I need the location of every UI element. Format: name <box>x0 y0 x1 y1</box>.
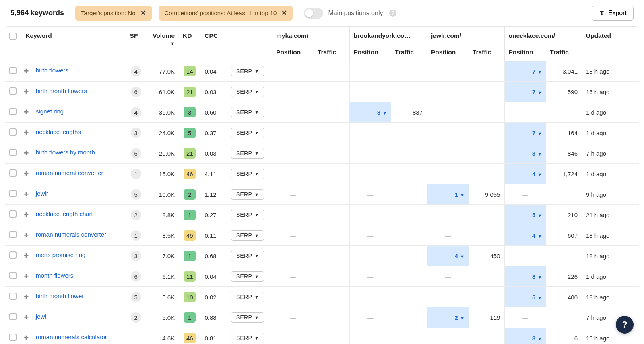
column-header-volume[interactable]: Volume ▼ <box>146 27 179 61</box>
column-header-sf[interactable]: SF <box>126 27 146 61</box>
expand-icon[interactable]: + <box>22 251 30 260</box>
site-header-2[interactable]: jewlr.com/ <box>427 27 504 45</box>
serp-dropdown[interactable]: SERP▼ <box>231 251 264 261</box>
row-checkbox[interactable] <box>9 272 17 279</box>
serp-dropdown[interactable]: SERP▼ <box>231 87 264 97</box>
site-header-3[interactable]: onecklace.com/ <box>504 27 582 45</box>
sf-badge[interactable]: 5 <box>131 189 141 200</box>
keyword-link[interactable]: month flowers <box>36 272 73 279</box>
position-cell[interactable]: 4 ▼ <box>504 164 546 184</box>
row-checkbox[interactable] <box>9 108 17 115</box>
expand-icon[interactable]: + <box>22 169 30 178</box>
position-cell[interactable]: 7 ▼ <box>504 82 546 102</box>
serp-dropdown[interactable]: SERP▼ <box>231 333 264 343</box>
keyword-link[interactable]: birth month flower <box>36 293 84 299</box>
sf-badge[interactable]: 4 <box>131 66 141 76</box>
row-checkbox[interactable] <box>9 190 17 197</box>
position-cell[interactable]: 7 ▼ <box>504 61 546 82</box>
keyword-link[interactable]: jewlr <box>36 190 48 197</box>
subheader-traffic[interactable]: Traffic <box>314 45 349 61</box>
keyword-link[interactable]: birth flowers <box>36 67 68 74</box>
expand-icon[interactable]: + <box>22 334 30 342</box>
keyword-link[interactable]: signet ring <box>36 108 64 115</box>
expand-icon[interactable]: + <box>22 313 30 322</box>
sf-badge[interactable]: 3 <box>131 251 141 261</box>
sf-badge[interactable]: 4 <box>131 107 141 117</box>
keyword-link[interactable]: necklace lengths <box>36 128 81 135</box>
row-checkbox[interactable] <box>9 231 17 238</box>
expand-icon[interactable]: + <box>22 190 30 199</box>
filter-chip-competitors-positions[interactable]: Competitors' positions: At least 1 in to… <box>159 6 293 21</box>
site-header-0[interactable]: myka.com/ <box>272 27 349 45</box>
serp-dropdown[interactable]: SERP▼ <box>231 66 264 76</box>
sf-badge[interactable]: 6 <box>131 271 141 282</box>
subheader-traffic[interactable]: Traffic <box>469 45 504 61</box>
expand-icon[interactable]: + <box>22 128 30 137</box>
main-positions-toggle[interactable] <box>304 8 323 19</box>
expand-icon[interactable]: + <box>22 149 30 158</box>
expand-icon[interactable]: + <box>22 293 30 301</box>
keyword-link[interactable]: mens promise ring <box>36 251 85 258</box>
position-cell[interactable]: 7 ▼ <box>504 123 546 143</box>
position-cell[interactable]: 4 ▼ <box>427 246 469 266</box>
sf-badge[interactable]: 3 <box>131 128 141 138</box>
serp-dropdown[interactable]: SERP▼ <box>231 128 264 138</box>
row-checkbox[interactable] <box>9 313 17 320</box>
close-icon[interactable]: ✕ <box>140 9 146 17</box>
serp-dropdown[interactable]: SERP▼ <box>231 230 264 241</box>
expand-icon[interactable]: + <box>22 108 30 117</box>
subheader-position[interactable]: Position <box>349 45 391 61</box>
export-button[interactable]: Export <box>592 6 634 21</box>
row-checkbox[interactable] <box>9 128 17 136</box>
subheader-position[interactable]: Position <box>427 45 469 61</box>
sf-badge[interactable]: 1 <box>131 230 141 241</box>
row-checkbox[interactable] <box>9 251 17 259</box>
row-checkbox[interactable] <box>9 169 17 177</box>
expand-icon[interactable]: + <box>22 272 30 281</box>
position-cell[interactable]: 8 ▼ <box>349 102 391 123</box>
position-cell[interactable]: 8 ▼ <box>504 328 546 344</box>
position-cell[interactable]: 8 ▼ <box>504 266 546 287</box>
keyword-link[interactable]: birth flowers by month <box>36 149 95 156</box>
keyword-link[interactable]: roman numerals converter <box>36 231 106 238</box>
sf-badge[interactable]: 6 <box>131 87 141 97</box>
subheader-traffic[interactable]: Traffic <box>546 45 582 61</box>
row-checkbox[interactable] <box>9 67 17 74</box>
subheader-position[interactable]: Position <box>504 45 546 61</box>
serp-dropdown[interactable]: SERP▼ <box>231 107 264 117</box>
row-checkbox[interactable] <box>9 87 17 95</box>
filter-chip-target-position[interactable]: Target's position: No ✕ <box>75 6 151 21</box>
serp-dropdown[interactable]: SERP▼ <box>231 292 264 302</box>
expand-icon[interactable]: + <box>22 210 30 219</box>
sf-badge[interactable]: 1 <box>131 169 141 179</box>
position-cell[interactable]: 8 ▼ <box>504 143 546 164</box>
column-header-kd[interactable]: KD <box>179 27 200 61</box>
keyword-link[interactable]: roman numerals calculator <box>36 334 107 340</box>
serp-dropdown[interactable]: SERP▼ <box>231 189 264 200</box>
position-cell[interactable]: 1 ▼ <box>427 184 469 205</box>
serp-dropdown[interactable]: SERP▼ <box>231 210 264 220</box>
row-checkbox[interactable] <box>9 149 17 156</box>
position-cell[interactable]: 4 ▼ <box>504 225 546 246</box>
row-checkbox[interactable] <box>9 210 17 218</box>
position-cell[interactable]: 5 ▼ <box>504 287 546 307</box>
keyword-link[interactable]: birth month flowers <box>36 87 87 94</box>
sf-badge[interactable]: 2 <box>131 210 141 220</box>
subheader-position[interactable]: Position <box>272 45 314 61</box>
serp-dropdown[interactable]: SERP▼ <box>231 148 264 159</box>
keyword-link[interactable]: roman numeral converter <box>36 169 103 176</box>
serp-dropdown[interactable]: SERP▼ <box>231 312 264 323</box>
help-fab-button[interactable]: ? <box>616 316 634 334</box>
expand-icon[interactable]: + <box>22 87 30 96</box>
position-cell[interactable]: 5 ▼ <box>504 205 546 225</box>
help-icon[interactable]: ? <box>389 10 396 17</box>
row-checkbox[interactable] <box>9 334 17 341</box>
sf-badge[interactable]: 6 <box>131 148 141 159</box>
serp-dropdown[interactable]: SERP▼ <box>231 169 264 179</box>
serp-dropdown[interactable]: SERP▼ <box>231 271 264 282</box>
site-header-1[interactable]: brookandyork.co… <box>349 27 427 45</box>
close-icon[interactable]: ✕ <box>281 9 287 17</box>
column-header-keyword[interactable]: Keyword <box>5 27 126 61</box>
column-header-updated[interactable]: Updated <box>582 27 639 61</box>
sf-badge[interactable]: 2 <box>131 312 141 323</box>
